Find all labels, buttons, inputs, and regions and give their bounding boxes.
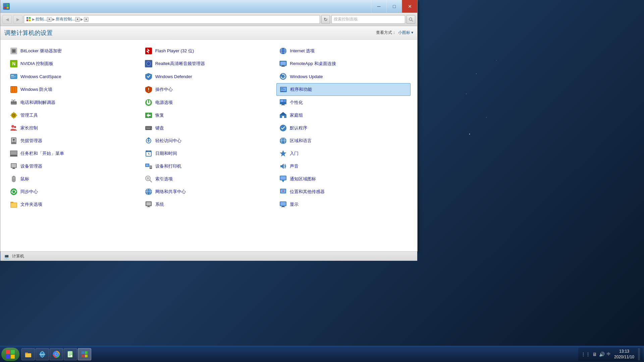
svg-rect-61 [281,105,285,105]
control-item-location[interactable]: 位置和其他传感器 [276,186,411,198]
control-item-network[interactable]: 网络和共享中心 [142,186,276,198]
homegroup-label: 家庭组 [290,112,303,118]
svg-rect-139 [146,202,151,205]
search-bar[interactable]: 搜索控制面板 [331,15,405,24]
control-item-bitlocker[interactable]: BitLocker 驱动器加密 [7,45,141,57]
control-item-actioncenter[interactable]: 操作中心 [142,83,276,96]
taskbar-item-unknown1[interactable] [64,348,77,360]
taskbar-item-ie[interactable]: e [36,348,49,360]
control-item-indexing[interactable]: 索引选项 [142,173,276,185]
svg-rect-148 [6,355,10,359]
control-item-realtek[interactable]: Realtek高清晰音频管理器 [142,58,276,70]
svg-rect-3 [7,7,9,9]
control-item-remoteapp[interactable]: RemoteApp 和桌面连接 [276,58,411,70]
minimize-button[interactable]: ─ [371,0,386,13]
control-item-sync[interactable]: 同步中心 [7,186,141,198]
control-item-keyboard[interactable]: 键盘 [142,122,276,134]
control-item-access[interactable]: 轻松访问中心 [142,135,276,147]
modem-icon [10,99,18,107]
back-button[interactable]: ◀ [2,15,12,24]
control-item-recovery[interactable]: 恢复 [142,109,276,121]
tray-show-desktop[interactable] [638,348,640,360]
breadcrumb-control[interactable]: 控制... [36,16,47,22]
control-item-notify[interactable]: 通知区域图标 [276,173,411,185]
access-label: 轻松访问中心 [155,138,181,144]
tray-apps-icon[interactable]: ⋮⋮ [581,352,590,357]
control-item-mgmt[interactable]: 管理工具 [7,109,141,121]
control-item-programs[interactable]: 程序和功能 [276,83,411,96]
breadcrumb-dropdown-1[interactable]: ▾ [47,17,52,22]
start-button[interactable] [1,348,19,361]
control-item-locale[interactable]: 区域和语言 [276,135,411,147]
firewall-icon [10,85,18,94]
svg-rect-48 [11,102,12,103]
access-icon [145,137,153,145]
breadcrumb-sep-1: ▶ [32,17,35,21]
taskbar-item-chrome[interactable] [50,348,63,360]
control-item-firewall[interactable]: Windows 防火墙 [7,83,141,96]
control-item-power[interactable]: 电源选项 [142,97,276,109]
system-label: 系统 [155,201,164,207]
control-item-system[interactable]: 系统 [142,198,276,210]
svg-rect-1 [7,4,9,6]
breadcrumb-all[interactable]: 所有控制... [56,16,75,22]
credentials-icon [10,137,18,145]
control-item-folder[interactable]: 文件夹选项 [7,198,141,210]
control-item-datetime[interactable]: 日期和时间 [142,147,276,160]
control-item-devices[interactable]: 设备和打印机 [142,160,276,172]
control-item-defender[interactable]: Windows Defender [142,70,276,82]
forward-button[interactable]: ▶ [13,15,22,24]
breadcrumb-sep-2: ▶ [52,17,55,21]
control-item-parental[interactable]: 家长控制 [7,122,141,134]
control-item-mouse[interactable]: 鼠标 [7,173,141,185]
credentials-label: 凭据管理器 [20,138,42,144]
breadcrumb-dropdown-2[interactable]: ▾ [75,17,80,22]
getstarted-icon [279,149,287,158]
control-item-winupdate[interactable]: Windows Update [276,70,411,82]
clock[interactable]: 13:13 2020/11/10 [612,349,636,360]
tray-network-icon[interactable]: 🖥 [592,352,597,357]
items-container[interactable]: BitLocker 驱动器加密Flash Player (32 位)Intern… [0,40,417,251]
taskbar-item-explorer[interactable] [21,348,35,360]
control-item-personalize[interactable]: 个性化 [276,97,411,109]
svg-rect-0 [4,4,6,6]
svg-rect-114 [280,165,282,167]
search-button[interactable] [407,15,415,24]
control-item-devmgr[interactable]: 设备管理器 [7,160,141,172]
taskbar-item-controlpanel[interactable] [78,348,91,360]
parental-label: 家长控制 [20,125,38,131]
svg-rect-5 [29,17,31,19]
svg-rect-29 [281,66,285,67]
control-item-display[interactable]: 显示 [276,198,411,210]
control-item-homegroup[interactable]: 家庭组 [276,109,411,121]
control-item-modem[interactable]: 电话和调制解调器 [7,97,141,109]
control-item-cardspace[interactable]: Windows CardSpace [7,70,141,82]
control-item-flash[interactable]: Flash Player (32 位) [142,45,276,57]
breadcrumb-dropdown-3[interactable]: ▾ [84,17,89,22]
notify-label: 通知区域图标 [290,176,316,182]
svg-rect-39 [15,87,16,92]
control-item-internet[interactable]: Internet 选项 [276,45,411,57]
display-icon [279,200,287,208]
bitlocker-icon [10,47,18,55]
control-item-getstarted[interactable]: 入门 [276,147,411,160]
tray-volume-icon[interactable]: 🔊 [599,352,605,357]
close-button[interactable]: ✕ [402,0,417,13]
control-item-nvidia[interactable]: NNVIDIA 控制面板 [7,58,141,70]
control-item-taskbar[interactable]: 任务栏和「开始」菜单 [7,147,141,160]
tray-keyboard-icon[interactable]: 中 [607,352,610,357]
remoteapp-icon [279,60,287,68]
svg-rect-51 [13,100,14,101]
control-item-default[interactable]: 默认程序 [276,122,411,134]
restore-button[interactable]: □ [386,0,402,13]
default-label: 默认程序 [290,125,307,131]
svg-rect-75 [146,127,147,127]
refresh-button[interactable]: ↻ [321,15,330,24]
breadcrumb-bar[interactable]: ▶ 控制... ▾ ▶ 所有控制... ▾ ▶ ▾ [24,15,320,24]
bitlocker-label: BitLocker 驱动器加密 [20,48,62,54]
view-current-button[interactable]: 小图标 ▾ [398,30,413,36]
svg-rect-145 [281,207,285,207]
svg-rect-32 [11,76,16,77]
control-item-sound[interactable]: 声音 [276,160,411,172]
control-item-credentials[interactable]: 凭据管理器 [7,135,141,147]
